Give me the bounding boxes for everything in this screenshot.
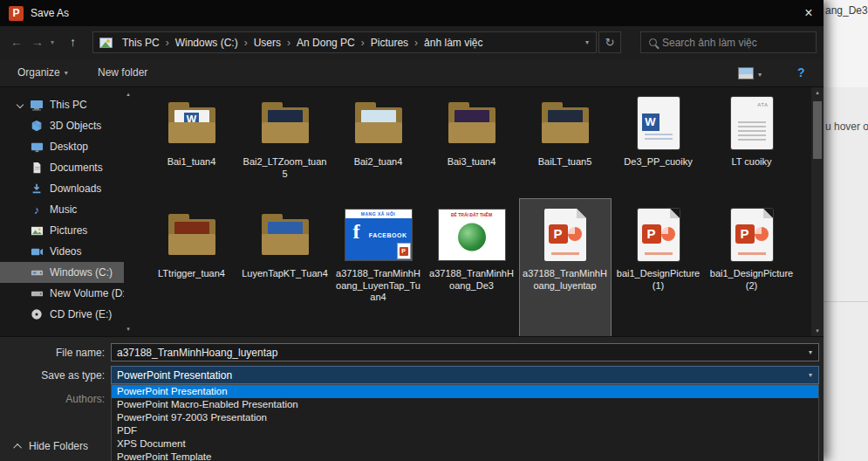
forward-icon[interactable] xyxy=(31,35,44,49)
chevron-up-icon xyxy=(13,443,22,451)
hide-folders-button[interactable]: Hide Folders xyxy=(16,440,88,452)
sidebar-item-windows-c[interactable]: Windows (C:) xyxy=(0,262,124,283)
powerpoint-app-icon: P xyxy=(9,6,24,21)
sidebar-item-3d-objects[interactable]: 3D Objects xyxy=(0,115,124,136)
earth-icon xyxy=(458,224,486,251)
file-name: De3_PP_cuoiky xyxy=(615,156,702,169)
hide-folders-label: Hide Folders xyxy=(29,440,88,452)
breadcrumb-item[interactable]: This PC xyxy=(116,37,166,49)
pie-chart-icon xyxy=(568,227,582,241)
sidebar-item-this-pc[interactable]: This PC xyxy=(0,94,124,115)
refresh-icon[interactable] xyxy=(598,31,621,53)
dropdown-option[interactable]: PDF xyxy=(112,424,818,437)
dropdown-option[interactable]: PowerPoint 97-2003 Presentation xyxy=(112,411,818,424)
breadcrumb-item[interactable]: Windows (C:) xyxy=(169,37,244,49)
powerpoint-file-icon: P xyxy=(544,209,586,261)
sidebar-item-label: Desktop xyxy=(50,141,88,153)
breadcrumb-item[interactable]: Users xyxy=(248,37,287,49)
navigation-bar: This PC Windows (C:) Users An Dong PC Pi… xyxy=(0,26,824,59)
dropdown-option[interactable]: PowerPoint Macro-Enabled Presentation xyxy=(112,398,818,411)
chevron-down-icon[interactable] xyxy=(803,348,818,356)
file-name: LuyenTapKT_Tuan4 xyxy=(242,268,329,280)
file-item[interactable]: P bai1_DesignPicture (2) xyxy=(707,199,797,336)
sidebar-scrollbar[interactable] xyxy=(124,91,133,333)
scroll-up-icon[interactable] xyxy=(124,91,133,98)
file-name: BaiLT_tuan5 xyxy=(522,156,609,169)
file-item[interactable]: Bai3_tuan4 xyxy=(427,87,517,199)
file-name: a37188_TranMinhHoang_De3 xyxy=(428,268,516,292)
file-item[interactable]: W De3_PP_cuoiky xyxy=(613,87,704,199)
breadcrumb-item[interactable]: Pictures xyxy=(365,37,414,49)
organize-button[interactable]: Organize xyxy=(17,66,68,79)
scroll-down-icon[interactable] xyxy=(813,327,822,334)
back-icon[interactable] xyxy=(10,35,23,49)
sidebar-item-new-volume-d[interactable]: New Volume (D: xyxy=(0,283,124,304)
new-folder-label: New folder xyxy=(98,66,147,79)
search-input[interactable] xyxy=(662,37,816,49)
authors-label: Authors: xyxy=(0,393,105,405)
sidebar-item-downloads[interactable]: Downloads xyxy=(0,178,124,199)
new-folder-button[interactable]: New folder xyxy=(98,66,147,79)
expander-icon[interactable] xyxy=(17,101,24,108)
folder-icon xyxy=(258,100,312,147)
search-box[interactable] xyxy=(640,31,817,53)
video-icon xyxy=(30,244,44,258)
file-item[interactable]: W Bai1_tuan4 xyxy=(147,87,237,199)
folder-icon xyxy=(538,100,592,147)
scroll-down-icon[interactable] xyxy=(124,326,133,333)
pie-chart-icon xyxy=(661,227,675,241)
save-as-type-label: Save as type: xyxy=(0,369,105,382)
file-item[interactable]: LuyenTapKT_Tuan4 xyxy=(240,199,331,336)
pictures-icon xyxy=(30,224,44,237)
file-name: LT cuoiky xyxy=(708,156,796,169)
change-view-icon[interactable] xyxy=(738,67,754,79)
dropdown-option[interactable]: PowerPoint Template xyxy=(112,451,818,461)
sidebar-item-label: Downloads xyxy=(50,182,101,195)
facebook-icon: f xyxy=(353,220,360,244)
scrollbar-thumb[interactable] xyxy=(813,101,822,159)
chevron-down-icon[interactable] xyxy=(758,71,762,79)
file-item[interactable]: MẠNG XÃ HỘI f FACEBOOK P a37188_TranMinh… xyxy=(333,199,424,336)
help-button[interactable]: ? xyxy=(797,65,805,79)
dropdown-option[interactable]: XPS Document xyxy=(112,437,818,451)
address-bar[interactable]: This PC Windows (C:) Users An Dong PC Pi… xyxy=(92,31,597,53)
file-name: bai1_DesignPicture (2) xyxy=(708,268,796,292)
main-area: This PC 3D Objects Desktop xyxy=(0,87,824,336)
file-item[interactable]: LTtrigger_tuan4 xyxy=(147,199,237,336)
file-item[interactable]: P bai1_DesignPicture (1) xyxy=(613,199,704,336)
sidebar-item-documents[interactable]: Documents xyxy=(0,157,124,178)
desktop-icon xyxy=(30,140,44,154)
sidebar-item-pictures[interactable]: Pictures xyxy=(0,220,124,241)
sidebar-item-label: This PC xyxy=(50,99,87,111)
sidebar-item-videos[interactable]: Videos xyxy=(0,241,124,262)
dropdown-option[interactable]: PowerPoint Presentation xyxy=(112,385,818,398)
cd-icon xyxy=(30,307,44,321)
file-item[interactable]: Bai2_tuan4 xyxy=(333,87,424,199)
breadcrumb-item[interactable]: An Dong PC xyxy=(290,37,361,49)
close-icon[interactable] xyxy=(794,0,824,26)
file-name-input[interactable] xyxy=(112,347,803,359)
file-item[interactable]: ATA LT cuoiky xyxy=(707,87,797,199)
file-item[interactable]: ĐỂ TRÁI ĐẤT THÊM a37188_TranMinhHoang_De… xyxy=(427,199,517,336)
sidebar-item-desktop[interactable]: Desktop xyxy=(0,136,124,157)
history-dropdown-icon[interactable] xyxy=(51,38,54,46)
file-name: a37188_TranMinhHoang_LuyenTap_Tuan4 xyxy=(335,268,422,304)
sidebar-item-music[interactable]: Music xyxy=(0,199,124,220)
breadcrumb-item[interactable]: ảnh làm việc xyxy=(418,37,489,49)
sidebar-item-cd-drive-e[interactable]: CD Drive (E:) xyxy=(0,304,124,325)
search-icon xyxy=(649,38,657,46)
powerpoint-file-icon: P xyxy=(638,209,680,261)
file-item[interactable]: BaiLT_tuan5 xyxy=(520,87,611,199)
save-as-type-combobox[interactable]: PowerPoint Presentation xyxy=(111,366,819,384)
folder-icon: W xyxy=(165,100,219,147)
chevron-down-icon[interactable] xyxy=(803,371,818,379)
drive-icon xyxy=(30,286,44,300)
file-item-selected[interactable]: P a37188_TranMinhHoang_luyentap xyxy=(520,199,611,336)
file-name-field[interactable] xyxy=(111,343,819,361)
file-item[interactable]: Bai2_LTZoom_tuan5 xyxy=(240,87,331,199)
file-list-scrollbar[interactable] xyxy=(811,87,824,336)
scroll-up-icon[interactable] xyxy=(813,89,822,96)
up-icon[interactable] xyxy=(70,35,76,49)
address-dropdown-icon[interactable] xyxy=(585,38,596,46)
pie-chart-icon xyxy=(755,227,769,241)
